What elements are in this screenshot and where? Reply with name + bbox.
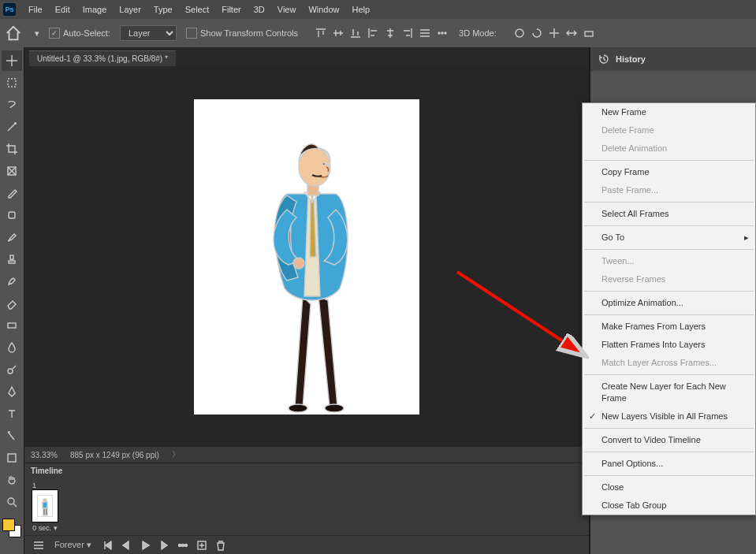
align-icons xyxy=(312,24,451,42)
menu-item-new-frame[interactable]: New Frame xyxy=(583,103,755,121)
stamp-tool[interactable] xyxy=(2,249,22,270)
crop-tool[interactable] xyxy=(2,139,22,159)
menu-filter[interactable]: Filter xyxy=(215,0,247,19)
align-bottom-icon[interactable] xyxy=(347,24,364,42)
status-caret-icon[interactable]: 〉 xyxy=(172,449,180,460)
frame-tool[interactable] xyxy=(2,161,22,181)
svg-point-1 xyxy=(441,32,443,34)
first-frame-button[interactable] xyxy=(99,537,115,553)
home-button[interactable] xyxy=(5,24,22,42)
menu-layer[interactable]: Layer xyxy=(113,0,147,19)
menu-item-close-tab-group[interactable]: Close Tab Group xyxy=(583,496,755,515)
menu-3d[interactable]: 3D xyxy=(248,0,271,19)
svg-point-9 xyxy=(8,369,13,374)
zoom-tool[interactable] xyxy=(2,492,22,512)
heal-tool[interactable] xyxy=(2,205,22,225)
menu-item-new-layers-visible-in-all-frames[interactable]: New Layers Visible in All Frames xyxy=(583,407,755,426)
new-frame-button[interactable] xyxy=(194,537,210,553)
pan-icon[interactable] xyxy=(546,24,563,42)
align-left-icon[interactable] xyxy=(364,24,382,42)
shape-tool[interactable] xyxy=(2,448,22,468)
history-panel-header[interactable]: History xyxy=(590,47,756,71)
align-vcenter-icon[interactable] xyxy=(330,24,347,42)
auto-select-checkbox[interactable]: ✓ Auto-Select: xyxy=(49,28,110,39)
eraser-tool[interactable] xyxy=(2,293,22,314)
eyedropper-tool[interactable] xyxy=(2,183,22,203)
menu-item-copy-frame[interactable]: Copy Frame xyxy=(583,163,755,181)
frame-duration[interactable]: 0 sec. ▾ xyxy=(32,524,58,532)
color-swatches[interactable] xyxy=(2,519,21,537)
menu-help[interactable]: Help xyxy=(346,0,377,19)
menu-file[interactable]: File xyxy=(22,0,49,19)
menu-edit[interactable]: Edit xyxy=(49,0,76,19)
next-frame-button[interactable] xyxy=(156,537,172,553)
menu-separator xyxy=(584,452,754,452)
lasso-tool[interactable] xyxy=(2,95,22,115)
orbit-icon[interactable] xyxy=(511,24,528,42)
more-icon[interactable] xyxy=(434,24,451,42)
menu-image[interactable]: Image xyxy=(76,0,114,19)
frame-index: 1 xyxy=(32,481,36,489)
menu-item-make-frames-from-layers[interactable]: Make Frames From Layers xyxy=(583,318,755,336)
menu-separator xyxy=(584,202,754,203)
canvas-area[interactable] xyxy=(24,66,589,447)
timeline-controls: Forever ▾ xyxy=(24,535,589,554)
gradient-tool[interactable] xyxy=(2,315,22,336)
align-right-icon[interactable] xyxy=(399,24,416,42)
document-tab[interactable]: Untitled-1 @ 33.3% (1.jpg, RGB/8#) * xyxy=(29,50,176,66)
delete-frame-button[interactable] xyxy=(213,537,229,553)
menu-item-optimize-animation[interactable]: Optimize Animation... xyxy=(583,294,755,312)
menu-separator xyxy=(584,314,754,315)
menu-select[interactable]: Select xyxy=(179,0,216,19)
timeline-frame[interactable]: 1 0 sec. ▾ xyxy=(31,481,59,532)
slide-icon[interactable] xyxy=(563,24,580,42)
status-bar: 33.33% 885 px x 1249 px (96 ppi) 〉 xyxy=(24,447,589,463)
play-button[interactable] xyxy=(137,537,153,553)
menu-item-select-all-frames[interactable]: Select All Frames xyxy=(583,205,755,223)
menu-window[interactable]: Window xyxy=(302,0,345,19)
menu-bar: Ps File Edit Image Layer Type Select Fil… xyxy=(0,0,756,19)
scale-icon[interactable] xyxy=(580,24,598,42)
svg-rect-10 xyxy=(8,454,16,462)
menu-item-flatten-frames-into-layers[interactable]: Flatten Frames Into Layers xyxy=(583,336,755,354)
menu-item-create-new-layer-for-each-new-frame[interactable]: Create New Layer for Each New Frame xyxy=(583,377,755,407)
menu-item-panel-options[interactable]: Panel Options... xyxy=(583,455,755,473)
blur-tool[interactable] xyxy=(2,337,22,358)
show-transform-label: Show Transform Controls xyxy=(200,28,298,38)
svg-rect-21 xyxy=(43,508,45,515)
tween-button[interactable] xyxy=(175,537,191,553)
svg-rect-5 xyxy=(8,79,16,87)
foreground-swatch[interactable] xyxy=(2,519,15,531)
menu-item-close[interactable]: Close xyxy=(583,478,755,496)
timeline-frames: 1 0 sec. ▾ xyxy=(24,478,589,535)
menu-type[interactable]: Type xyxy=(147,0,179,19)
menu-item-convert-to-video-timeline[interactable]: Convert to Video Timeline xyxy=(583,431,755,449)
align-hcenter-icon[interactable] xyxy=(382,24,399,42)
hand-tool[interactable] xyxy=(2,470,22,490)
frame-thumbnail[interactable] xyxy=(32,489,58,522)
timeline-context-menu: New FrameDelete FrameDelete AnimationCop… xyxy=(582,102,756,515)
menu-item-go-to[interactable]: Go To xyxy=(583,229,755,247)
svg-point-11 xyxy=(8,498,14,504)
prev-frame-button[interactable] xyxy=(118,537,134,553)
roll-icon[interactable] xyxy=(528,24,546,42)
dodge-tool[interactable] xyxy=(2,359,22,380)
zoom-readout[interactable]: 33.33% xyxy=(31,451,58,459)
type-tool[interactable] xyxy=(2,403,22,424)
wand-tool[interactable] xyxy=(2,117,22,137)
layer-select-dropdown[interactable]: Layer xyxy=(120,25,177,41)
move-tool[interactable] xyxy=(2,50,22,71)
distribute-icon[interactable] xyxy=(416,24,434,42)
path-tool[interactable] xyxy=(2,426,22,446)
menu-view[interactable]: View xyxy=(271,0,303,19)
brush-tool[interactable] xyxy=(2,227,22,247)
loop-dropdown[interactable]: Forever ▾ xyxy=(50,537,96,553)
timeline-menu-icon[interactable] xyxy=(31,537,47,553)
align-top-icon[interactable] xyxy=(312,24,330,42)
history-brush-tool[interactable] xyxy=(2,271,22,292)
marquee-tool[interactable] xyxy=(2,73,22,93)
canvas[interactable] xyxy=(194,99,419,415)
svg-point-16 xyxy=(299,148,330,186)
show-transform-checkbox[interactable]: Show Transform Controls xyxy=(186,28,298,39)
pen-tool[interactable] xyxy=(2,381,22,402)
